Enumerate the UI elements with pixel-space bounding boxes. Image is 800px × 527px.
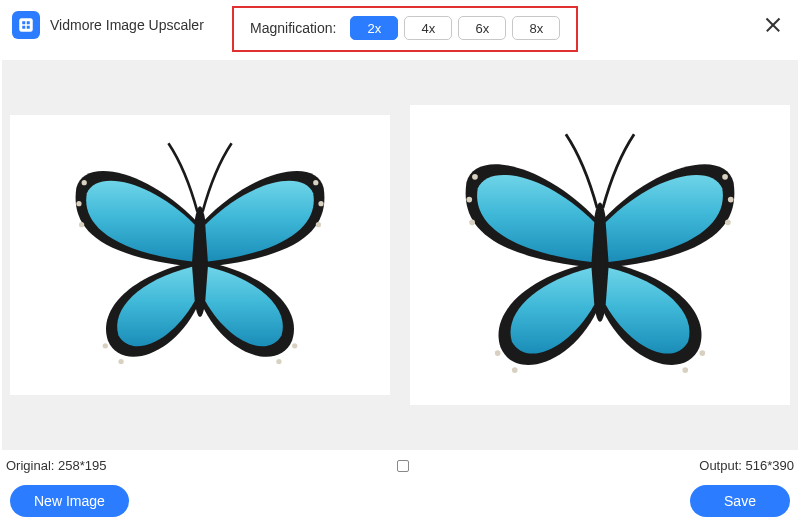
magnification-6x-button[interactable]: 6x xyxy=(458,16,506,40)
magnification-4x-button[interactable]: 4x xyxy=(404,16,452,40)
magnification-2x-button[interactable]: 2x xyxy=(350,16,398,40)
output-image xyxy=(420,120,780,390)
output-image-panel xyxy=(410,105,790,405)
magnification-8x-button[interactable]: 8x xyxy=(512,16,560,40)
close-icon[interactable] xyxy=(762,14,784,36)
new-image-button[interactable]: New Image xyxy=(10,485,129,517)
original-size-label: Original: 258*195 xyxy=(6,458,106,473)
magnification-group: Magnification: 2x 4x 6x 8x xyxy=(232,6,578,52)
output-size-label: Output: 516*390 xyxy=(699,458,794,473)
magnification-buttons: 2x 4x 6x 8x xyxy=(350,16,560,40)
app-logo-icon xyxy=(12,11,40,39)
action-row: New Image Save xyxy=(0,485,800,517)
header: Vidmore Image Upscaler Magnification: 2x… xyxy=(0,0,800,50)
comparison-area xyxy=(2,60,798,450)
app-title: Vidmore Image Upscaler xyxy=(50,17,204,33)
info-row: Original: 258*195 Output: 516*390 xyxy=(0,450,800,473)
svg-rect-11 xyxy=(19,18,33,32)
compare-toggle-checkbox[interactable] xyxy=(397,460,409,472)
original-image xyxy=(30,130,370,380)
save-button[interactable]: Save xyxy=(690,485,790,517)
original-image-panel xyxy=(10,115,390,395)
magnification-label: Magnification: xyxy=(250,20,336,36)
